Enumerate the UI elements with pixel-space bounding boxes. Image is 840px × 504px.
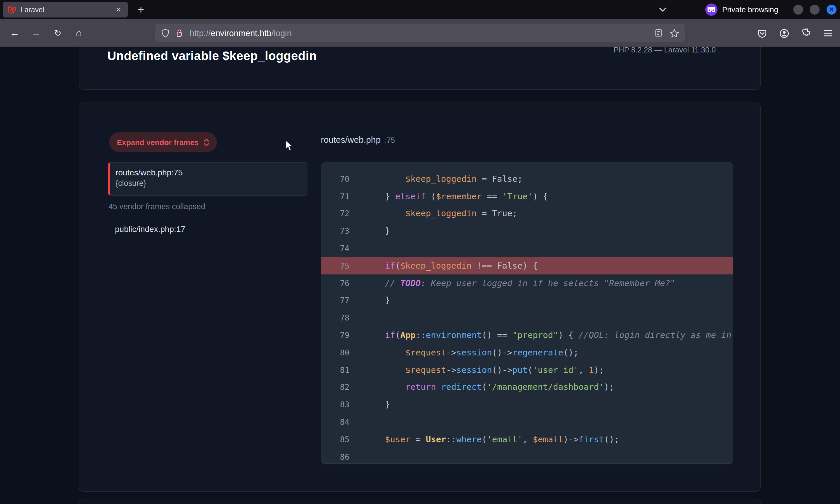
window-maximize-button[interactable] <box>810 5 820 15</box>
line-number: 81 <box>321 365 349 374</box>
browser-window: Laravel ✕ + Private browsing ✕ ← → ↻ ⌂ <box>0 0 840 504</box>
line-number: 84 <box>321 417 349 427</box>
code-text: $keep_loggedin = False; <box>385 174 522 183</box>
extensions-puzzle-icon[interactable] <box>799 25 814 41</box>
insecure-lock-icon[interactable] <box>175 28 184 38</box>
url-text[interactable]: http://environment.htb/login <box>190 28 654 38</box>
code-line-73: 73} <box>321 222 733 240</box>
code-text: if(App::environment() == "preprod") { //… <box>385 330 733 340</box>
stack-trace-card: Expand vendor frames routes/web.php :75 … <box>79 103 761 492</box>
line-number: 83 <box>321 400 349 409</box>
url-host: environment.htb <box>211 28 272 38</box>
code-line-81: 81 $request->session()->put('user_id', 1… <box>321 361 733 379</box>
code-text: } <box>385 400 390 409</box>
window-minimize-button[interactable] <box>793 5 803 15</box>
code-line-77: 77} <box>321 292 733 309</box>
code-text: $keep_loggedin = True; <box>385 209 517 218</box>
tab-bar: Laravel ✕ + Private browsing ✕ <box>0 0 840 19</box>
next-section-card-edge <box>79 499 761 504</box>
reader-view-icon[interactable] <box>654 29 663 37</box>
code-line-80: 80 $request->session()->regenerate(); <box>321 344 733 361</box>
url-scheme: http:// <box>190 28 211 38</box>
vendor-frames-collapsed-note: 45 vendor frames collapsed <box>108 202 205 211</box>
line-number: 80 <box>321 348 349 357</box>
php-laravel-versions: PHP 8.2.28 — Laravel 11.30.0 <box>614 47 716 54</box>
private-browsing-icon <box>705 3 718 16</box>
stack-frame-selected[interactable]: routes/web.php:75 {closure} <box>108 162 307 196</box>
stack-frame-public-index[interactable]: public/index.php:17 <box>115 224 185 234</box>
code-line-72: 72 $keep_loggedin = True; <box>321 205 733 222</box>
line-number: 77 <box>321 296 349 305</box>
line-number: 86 <box>321 452 349 461</box>
line-number: 82 <box>321 382 349 392</box>
line-number: 76 <box>321 278 349 288</box>
code-snippet-panel: 70 $keep_loggedin = False;71} elseif ($r… <box>321 162 733 464</box>
laravel-favicon-icon <box>7 5 16 14</box>
code-file-name: routes/web.php <box>321 134 381 144</box>
code-text: $user = User::where('email', $email)->fi… <box>385 435 619 444</box>
code-line-79: 79if(App::environment() == "preprod") { … <box>321 326 733 344</box>
code-line-82: 82 return redirect('/management/dashboar… <box>321 378 733 396</box>
line-number: 74 <box>321 244 349 253</box>
tab-title: Laravel <box>20 5 114 14</box>
line-number: 78 <box>321 313 349 323</box>
line-number: 73 <box>321 227 349 236</box>
code-line-85: 85$user = User::where('email', $email)->… <box>321 431 733 448</box>
code-panel-header: routes/web.php :75 <box>321 134 395 144</box>
tab-close-icon[interactable]: ✕ <box>114 5 123 14</box>
line-number: 70 <box>321 174 349 183</box>
code-line-84: 84 <box>321 413 733 431</box>
url-path: /login <box>272 28 292 38</box>
code-text: } <box>385 227 390 236</box>
line-number: 71 <box>321 192 349 201</box>
bookmark-star-icon[interactable] <box>670 28 679 38</box>
code-text: return redirect('/management/dashboard')… <box>385 382 614 392</box>
reload-button[interactable]: ↻ <box>50 25 65 41</box>
code-line-83: 83} <box>321 396 733 413</box>
pocket-icon[interactable] <box>754 25 769 41</box>
shield-icon[interactable] <box>161 28 170 38</box>
stack-frame-method: {closure} <box>116 179 307 187</box>
forward-button[interactable]: → <box>29 25 44 41</box>
private-browsing-label: Private browsing <box>722 5 778 14</box>
stack-frame-file: routes/web.php:75 <box>116 168 307 177</box>
back-button[interactable]: ← <box>7 25 22 41</box>
mouse-cursor <box>285 140 294 152</box>
home-button[interactable]: ⌂ <box>71 25 86 41</box>
error-title: Undefined variable $keep_loggedin <box>107 49 317 63</box>
line-number: 79 <box>321 330 349 340</box>
code-line-76: 76// TODO: Keep user logged in if he sel… <box>321 274 733 292</box>
code-line-78: 78 <box>321 309 733 327</box>
expand-vendor-frames-button[interactable]: Expand vendor frames <box>109 132 217 152</box>
code-text: if($keep_loggedin !== False) { <box>385 261 538 270</box>
code-line-75: 75if($keep_loggedin !== False) { <box>321 257 733 274</box>
expand-collapse-chevrons-icon <box>203 137 209 147</box>
menu-hamburger-icon[interactable] <box>820 25 835 41</box>
page-content: Undefined variable $keep_loggedin PHP 8.… <box>0 47 840 504</box>
error-header-card: Undefined variable $keep_loggedin PHP 8.… <box>79 47 761 90</box>
code-line-86: 86 <box>321 448 733 465</box>
url-bar[interactable]: http://environment.htb/login <box>155 24 685 42</box>
code-line-74: 74 <box>321 239 733 257</box>
line-number: 85 <box>321 435 349 444</box>
code-text: } elseif ($remember == 'True') { <box>385 192 548 201</box>
code-line-71: 71} elseif ($remember == 'True') { <box>321 187 733 205</box>
new-tab-button[interactable]: + <box>133 2 149 17</box>
code-text: $request->session()->regenerate(); <box>385 348 579 357</box>
code-text: // TODO: Keep user logged in if he selec… <box>385 278 675 288</box>
account-icon[interactable] <box>776 25 792 41</box>
window-close-button[interactable]: ✕ <box>827 5 837 15</box>
tab-laravel[interactable]: Laravel ✕ <box>3 2 128 17</box>
code-text: $request->session()->put('user_id', 1); <box>385 365 604 374</box>
line-number: 72 <box>321 209 349 218</box>
list-all-tabs-chevron-icon[interactable] <box>658 5 667 14</box>
code-line-ref: :75 <box>385 136 395 144</box>
line-number: 75 <box>321 261 349 270</box>
code-lines: 70 $keep_loggedin = False;71} elseif ($r… <box>321 170 733 464</box>
code-text: } <box>385 296 390 305</box>
code-line-70: 70 $keep_loggedin = False; <box>321 170 733 187</box>
